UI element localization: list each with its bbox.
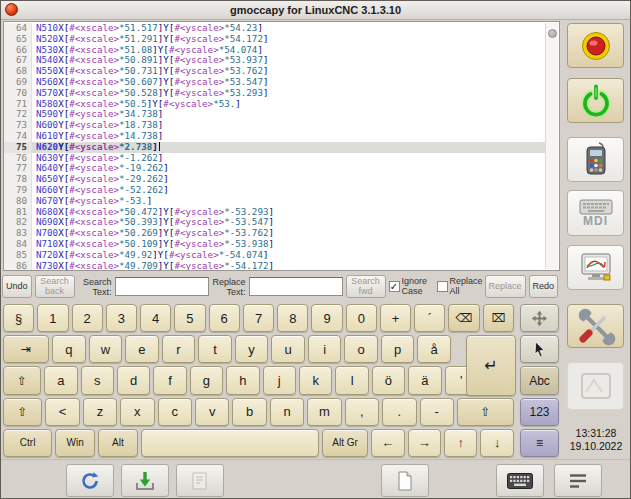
menu-key[interactable]: ≡ <box>520 429 559 457</box>
key-1[interactable]: 1 <box>37 304 68 332</box>
save-as-button[interactable] <box>176 464 224 497</box>
code-line[interactable]: 86N730X[#<xscale>*49.709]Y[#<yscale>*-54… <box>4 261 546 271</box>
list-icon <box>567 472 589 490</box>
replace-all-label: Replace All <box>450 277 483 296</box>
undo-button[interactable]: Undo <box>2 275 32 298</box>
replace-text-input[interactable] <box>249 277 343 296</box>
key-8[interactable]: 8 <box>277 304 308 332</box>
key-e[interactable]: e <box>125 335 159 363</box>
space-key[interactable] <box>141 429 319 457</box>
arrow-down-key[interactable]: ↓ <box>480 429 513 457</box>
key--[interactable]: - <box>420 398 454 426</box>
key-9[interactable]: 9 <box>311 304 342 332</box>
key-m[interactable]: m <box>307 398 341 426</box>
search-fwd-button[interactable]: Search fwd <box>346 275 386 298</box>
key-o[interactable]: o <box>344 335 378 363</box>
key-5[interactable]: 5 <box>174 304 205 332</box>
back-button[interactable] <box>554 464 602 497</box>
key-c[interactable]: c <box>158 398 192 426</box>
key-å[interactable]: å <box>417 335 451 363</box>
alt-key[interactable]: Alt <box>98 429 138 457</box>
ignore-case-box[interactable]: ✓ <box>389 281 400 292</box>
key-§[interactable]: § <box>3 304 34 332</box>
replace-all-box[interactable] <box>437 281 448 292</box>
editor-scrollbar[interactable] <box>545 23 558 269</box>
reload-button[interactable] <box>66 464 114 497</box>
key-3[interactable]: 3 <box>106 304 137 332</box>
save-button[interactable] <box>121 464 169 497</box>
key-i[interactable]: i <box>308 335 342 363</box>
key-v[interactable]: v <box>195 398 229 426</box>
key-y[interactable]: y <box>235 335 269 363</box>
machine-on-button[interactable] <box>567 78 624 123</box>
shift-right-key[interactable]: ⇧ <box>457 398 514 426</box>
replace-all-checkbox[interactable]: Replace All <box>437 277 482 296</box>
ghost-icon <box>576 366 616 406</box>
keyboard-toggle-button[interactable] <box>496 464 544 497</box>
manual-mode-button[interactable] <box>567 137 624 182</box>
key-s[interactable]: s <box>81 366 114 394</box>
gcode-editor[interactable]: 64N510X[#<xscale>*51.517]Y[#<yscale>*54.… <box>3 21 560 271</box>
arrow-right-key[interactable]: → <box>408 429 441 457</box>
key-p[interactable]: p <box>381 335 415 363</box>
win-key[interactable]: Win <box>55 429 95 457</box>
arrow-up-key[interactable]: ↑ <box>444 429 477 457</box>
key-d[interactable]: d <box>117 366 150 394</box>
key-k[interactable]: k <box>299 366 332 394</box>
key-b[interactable]: b <box>232 398 266 426</box>
search-text-input[interactable] <box>115 277 209 296</box>
settings-button[interactable] <box>567 304 624 348</box>
key-x[interactable]: x <box>120 398 154 426</box>
new-file-button[interactable] <box>381 464 429 497</box>
scrollbar-thumb[interactable] <box>548 29 557 38</box>
keyboard-move-key[interactable] <box>520 304 559 332</box>
key-n[interactable]: n <box>270 398 304 426</box>
ignore-case-checkbox[interactable]: ✓ Ignore Case <box>389 277 434 296</box>
key-6[interactable]: 6 <box>209 304 240 332</box>
code-area: 64N510X[#<xscale>*51.517]Y[#<yscale>*54.… <box>4 23 546 271</box>
shift-left-key[interactable]: ⇧ <box>3 398 42 426</box>
estop-button[interactable] <box>567 23 624 68</box>
key-ä[interactable]: ä <box>408 366 441 394</box>
key-+[interactable]: + <box>380 304 411 332</box>
key-u[interactable]: u <box>271 335 305 363</box>
key-g[interactable]: g <box>190 366 223 394</box>
ctrl-key[interactable]: Ctrl <box>3 429 52 457</box>
backspace-key[interactable]: ⌫ <box>448 304 479 332</box>
auto-mode-button[interactable] <box>567 245 624 290</box>
auto-preview-icon <box>576 248 616 288</box>
numbers-key[interactable]: 123 <box>520 398 559 426</box>
replace-button[interactable]: Replace <box>485 275 526 298</box>
key-a[interactable]: a <box>44 366 77 394</box>
pointer-key[interactable] <box>520 335 559 363</box>
key-2[interactable]: 2 <box>72 304 103 332</box>
key-4[interactable]: 4 <box>140 304 171 332</box>
key-w[interactable]: w <box>89 335 123 363</box>
key-ö[interactable]: ö <box>372 366 405 394</box>
tab-key[interactable]: ⇥ <box>3 335 49 363</box>
key-q[interactable]: q <box>52 335 86 363</box>
arrow-left-key[interactable]: ← <box>371 429 404 457</box>
key-f[interactable]: f <box>153 366 186 394</box>
key-7[interactable]: 7 <box>243 304 274 332</box>
redo-button[interactable]: Redo <box>529 275 559 298</box>
abc-key[interactable]: Abc <box>520 366 559 394</box>
key-j[interactable]: j <box>263 366 296 394</box>
key-´[interactable]: ´ <box>414 304 445 332</box>
caps-key[interactable]: ⇧ <box>3 366 41 394</box>
clear-key[interactable]: ⌧ <box>483 304 514 332</box>
key-.[interactable]: . <box>382 398 416 426</box>
key-0[interactable]: 0 <box>346 304 377 332</box>
key-h[interactable]: h <box>226 366 259 394</box>
key-<[interactable]: < <box>45 398 79 426</box>
key-l[interactable]: l <box>335 366 368 394</box>
search-back-button[interactable]: Search back <box>35 275 75 298</box>
key-z[interactable]: z <box>83 398 117 426</box>
enter-key[interactable]: ↵ <box>466 335 516 396</box>
key-t[interactable]: t <box>198 335 232 363</box>
key-,[interactable]: , <box>345 398 379 426</box>
mdi-mode-button[interactable]: MDI <box>567 190 624 236</box>
keyboard-icon <box>507 473 533 489</box>
key-r[interactable]: r <box>162 335 196 363</box>
altgr-key[interactable]: Alt Gr <box>322 429 368 457</box>
